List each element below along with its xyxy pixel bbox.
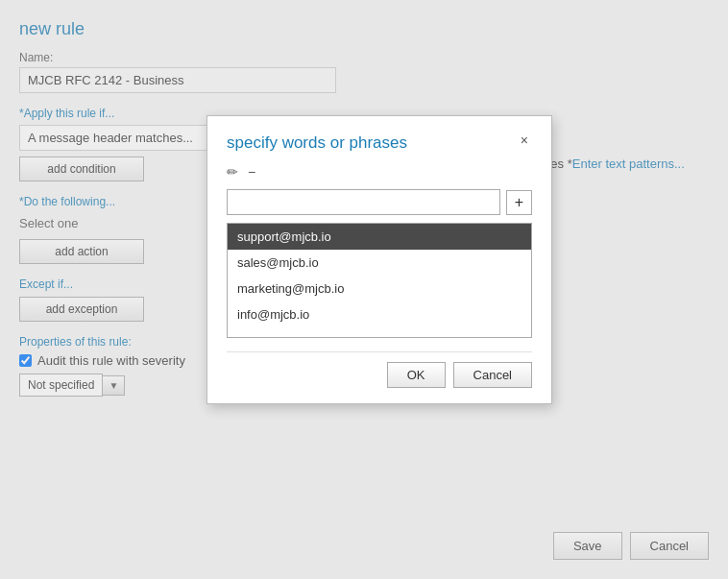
modal-add-button[interactable]: + xyxy=(506,190,532,215)
minus-icon[interactable]: − xyxy=(248,164,255,180)
modal-text-input[interactable] xyxy=(227,189,500,215)
list-item[interactable]: info@mjcb.io xyxy=(228,302,531,327)
list-item[interactable]: marketing@mjcb.io xyxy=(228,276,531,302)
modal-close-button[interactable]: × xyxy=(517,133,532,147)
modal-ok-button[interactable]: OK xyxy=(387,362,446,388)
modal-cancel-button[interactable]: Cancel xyxy=(453,362,532,388)
list-item[interactable]: sales@mjcb.io xyxy=(228,250,531,276)
modal-header: specify words or phrases × xyxy=(227,133,532,153)
modal-input-row: + xyxy=(227,189,532,215)
list-item[interactable]: support@mjcb.io xyxy=(228,224,531,250)
modal-title: specify words or phrases xyxy=(227,133,407,153)
edit-icon[interactable]: ✏ xyxy=(227,164,238,180)
modal-dialog: specify words or phrases × ✏ − + support… xyxy=(206,115,552,404)
items-list: support@mjcb.iosales@mjcb.iomarketing@mj… xyxy=(227,223,532,338)
modal-toolbar: ✏ − xyxy=(227,164,532,180)
modal-footer: OK Cancel xyxy=(227,351,532,388)
